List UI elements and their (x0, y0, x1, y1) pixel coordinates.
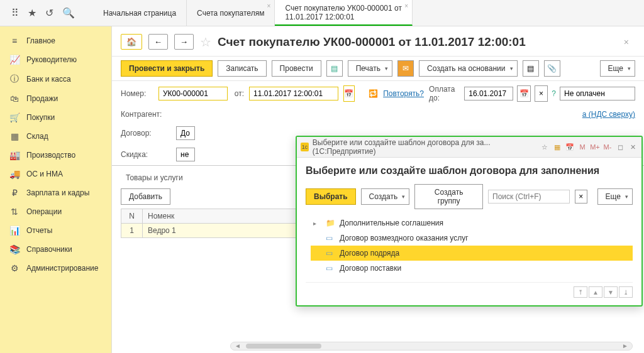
tree-item-selected[interactable]: ▭Договор подряда (311, 246, 633, 261)
last-icon[interactable]: ⤓ (619, 286, 633, 298)
calendar-icon[interactable]: 📅 (517, 85, 531, 102)
tab-items[interactable]: Товары и услуги (121, 171, 188, 185)
up-icon[interactable]: ▲ (589, 286, 602, 298)
sidebar-item-payroll[interactable]: ₽Зарплата и кадры (0, 183, 111, 202)
history-icon[interactable]: ↺ (45, 7, 53, 19)
barchart-icon: 📊 (9, 225, 20, 236)
add-button[interactable]: Добавить (121, 188, 170, 205)
cart-icon: 🛒 (9, 112, 20, 122)
save-button[interactable]: Записать (218, 60, 266, 77)
row-counterparty: Контрагент: а (НДС сверху) (112, 106, 644, 122)
sidebar-item-bank[interactable]: ⓘБанк и касса (0, 69, 111, 89)
first-icon[interactable]: ⤒ (574, 286, 587, 298)
close-icon[interactable]: × (404, 3, 408, 9)
date-input[interactable] (249, 87, 338, 100)
pay-label: Оплата до: (429, 85, 460, 102)
m-btn[interactable]: M (577, 142, 587, 152)
tab-invoice-doc[interactable]: Счет покупателю УК00-000001 от 11.01.201… (275, 0, 413, 26)
forward-button[interactable]: → (174, 34, 194, 50)
sidebar-item-catalogs[interactable]: 📚Справочники (0, 240, 111, 259)
clear-icon[interactable]: × (535, 85, 548, 102)
home-button[interactable]: 🏠 (121, 34, 142, 50)
doc-icon: ▭ (326, 264, 335, 273)
create-based-button[interactable]: Создать на основании (419, 60, 518, 77)
status-input[interactable] (560, 87, 635, 100)
doc-icon: ▭ (326, 249, 335, 258)
scroll-left-icon[interactable]: ◄ (233, 342, 242, 350)
cal-icon[interactable]: 📅 (565, 142, 575, 152)
factory-icon: 🏭 (9, 150, 20, 160)
pay-date-input[interactable] (464, 87, 513, 100)
sidebar-item-purchases[interactable]: 🛒Покупки (0, 108, 111, 127)
info-icon: ⓘ (9, 73, 20, 85)
sidebar-item-manager[interactable]: 📈Руководителю (0, 50, 111, 69)
favorites-icon[interactable]: ★ (28, 7, 36, 19)
discount-label: Скидка: (121, 150, 171, 159)
modal-more-button[interactable]: Еще (597, 188, 633, 205)
search-icon[interactable]: 🔍 (62, 7, 75, 19)
select-button[interactable]: Выбрать (306, 188, 356, 205)
chart-icon: 📈 (9, 55, 20, 65)
related-button[interactable]: ▤ (326, 60, 343, 77)
close-icon[interactable]: ✕ (628, 142, 638, 152)
repeat-icon[interactable]: 🔁 (369, 89, 378, 98)
sidebar-item-admin[interactable]: ⚙Администрирование (0, 259, 111, 278)
favorite-icon[interactable]: ☆ (200, 35, 211, 50)
calendar-icon[interactable]: 📅 (343, 85, 355, 102)
apps-icon[interactable]: ⠿ (11, 7, 19, 19)
sidebar-item-main[interactable]: ≡Главное (0, 31, 111, 50)
contract-label: Договор: (121, 129, 171, 138)
more-button[interactable]: Еще (600, 60, 635, 77)
counterparty-label: Контрагент: (121, 110, 171, 119)
doc-toolbar: Провести и закрыть Записать Провести ▤ П… (112, 56, 644, 81)
scroll-right-icon[interactable]: ► (621, 342, 630, 350)
close-icon[interactable]: × (267, 3, 271, 9)
modal-heading: Выберите или создайте шаблон договора дл… (306, 165, 633, 176)
tree-item[interactable]: ▭Договор поставки (311, 261, 633, 276)
tree-folder[interactable]: ▸📁Дополнительные соглашения (311, 215, 633, 231)
close-button[interactable]: × (624, 37, 635, 47)
fav-icon[interactable]: ☆ (540, 142, 550, 152)
create-group-button[interactable]: Создать группу (414, 184, 483, 209)
down-icon[interactable]: ▼ (604, 286, 618, 298)
dossier-button[interactable]: ▤ (523, 60, 539, 77)
sidebar-item-sales[interactable]: 🛍Продажи (0, 89, 111, 108)
number-input[interactable] (158, 87, 228, 100)
grid-icon: ▦ (9, 131, 20, 141)
sidebar-item-assets[interactable]: 🚚ОС и НМА (0, 165, 111, 183)
mail-button[interactable]: ✉ (397, 60, 414, 77)
topbar-icons: ⠿ ★ ↺ 🔍 (0, 7, 93, 19)
back-button[interactable]: ← (148, 34, 168, 50)
h-scrollbar[interactable]: ◄ ► (230, 342, 633, 350)
scroll-thumb[interactable] (246, 344, 321, 349)
create-button[interactable]: Создать (361, 188, 410, 205)
sidebar-item-reports[interactable]: 📊Отчеты (0, 221, 111, 240)
number-label: Номер: (121, 89, 153, 98)
attach-button[interactable]: 📎 (544, 60, 560, 77)
row-number: Номер: от: 📅 🔁 Повторять? Оплата до: 📅 ×… (112, 81, 644, 106)
tree-item[interactable]: ▭Договор возмездного оказания услуг (311, 231, 633, 246)
maximize-icon[interactable]: ◻ (615, 142, 625, 152)
sidebar-item-warehouse[interactable]: ▦Склад (0, 127, 111, 146)
sidebar-item-operations[interactable]: ⇅Операции (0, 202, 111, 221)
discount-input[interactable] (176, 148, 195, 161)
post-button[interactable]: Провести (272, 60, 321, 77)
document-title: Счет покупателю УК00-000001 от 11.01.201… (218, 35, 526, 49)
search-input[interactable] (488, 190, 570, 204)
tab-invoices[interactable]: Счета покупателям× (187, 0, 275, 26)
repeat-link[interactable]: Повторять? (383, 89, 424, 98)
template-tree: ▸📁Дополнительные соглашения ▭Договор воз… (311, 215, 633, 276)
post-and-close-button[interactable]: Провести и закрыть (121, 60, 213, 77)
clear-search-icon[interactable]: × (575, 190, 587, 204)
nds-link[interactable]: а (НДС сверху) (582, 110, 635, 119)
mplus-btn[interactable]: M+ (590, 142, 600, 152)
transfer-icon: ⇅ (9, 207, 20, 217)
print-button[interactable]: Печать (348, 60, 392, 77)
folder-icon: 📁 (326, 219, 335, 227)
tab-home[interactable]: Начальная страница (93, 0, 187, 26)
contract-input[interactable] (176, 126, 195, 140)
sidebar-item-production[interactable]: 🏭Производство (0, 146, 111, 165)
mminus-btn[interactable]: M- (602, 142, 613, 152)
calc-icon[interactable]: ▦ (552, 142, 562, 152)
help-icon[interactable]: ? (552, 89, 556, 98)
